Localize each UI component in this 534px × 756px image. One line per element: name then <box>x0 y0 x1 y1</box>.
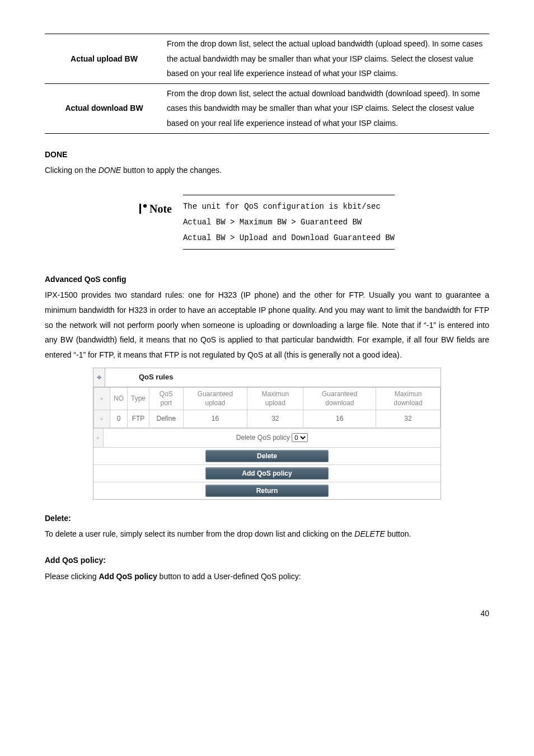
param-upload-desc: From the drop down list, select the actu… <box>163 34 489 84</box>
add-text-bold: Add QoS policy <box>99 572 157 581</box>
delete-policy-label: Delete QoS policy <box>236 434 290 442</box>
note-label: Note <box>139 195 172 219</box>
col-guaranteed-download: Guaranteed download <box>303 388 376 410</box>
table-row: ▹ 0 FTP Define 16 32 16 32 <box>94 410 441 428</box>
add-heading: Add QoS policy: <box>45 553 489 568</box>
delete-button[interactable]: Delete <box>205 450 329 462</box>
cell-port: Define <box>149 410 184 428</box>
cell-maximum-download: 32 <box>376 410 440 428</box>
cell-type: FTP <box>128 410 149 428</box>
col-port: QoS port <box>149 388 184 410</box>
advanced-heading: Advanced QoS config <box>45 272 489 287</box>
cell-no: 0 <box>110 410 128 428</box>
col-guaranteed-upload: Guaranteed upload <box>183 388 247 410</box>
done-text-em: DONE <box>99 166 121 175</box>
col-maximum-upload: Maximun upload <box>247 388 303 410</box>
col-type: Type <box>128 388 149 410</box>
delete-text-em: DELETE <box>354 529 385 538</box>
qos-rules-title: QoS rules <box>105 368 195 387</box>
panel-drag-icon: ✥ <box>93 368 105 387</box>
add-qos-policy-button[interactable]: Add QoS policy <box>205 467 329 480</box>
param-download-label: Actual download BW <box>45 83 163 133</box>
delete-text: To delete a user rule, simply select its… <box>45 527 489 542</box>
delete-text-prefix: To delete a user rule, simply select its… <box>45 529 354 538</box>
page-number: 40 <box>45 606 489 621</box>
note-content: The unit for QoS configuration is kbit/s… <box>183 195 395 250</box>
param-download-desc: From the drop down list, select the actu… <box>163 83 489 133</box>
qos-table: ▹ NO Type QoS port Guaranteed upload Max… <box>93 387 441 428</box>
advanced-para: IPX-1500 provides two standard rules: on… <box>45 288 489 362</box>
done-heading: DONE <box>45 147 489 162</box>
add-text-suffix: button to add a User-defined QoS policy: <box>157 572 301 581</box>
done-text: Clicking on the DONE button to apply the… <box>45 163 489 178</box>
cell-maximum-upload: 32 <box>247 410 303 428</box>
delete-heading: Delete: <box>45 511 489 526</box>
row-handle-icon: ▹ <box>94 410 110 428</box>
delete-policy-select[interactable]: 0 <box>292 433 308 442</box>
cell-guaranteed-upload: 16 <box>183 410 247 428</box>
add-text-prefix: Please clicking <box>45 572 99 581</box>
done-text-prefix: Clicking on the <box>45 166 99 175</box>
param-table: Actual upload BW From the drop down list… <box>45 34 489 134</box>
param-upload-label: Actual upload BW <box>45 34 163 84</box>
done-text-suffix: button to apply the changes. <box>121 166 222 175</box>
row-handle-icon: ▹ <box>93 429 104 447</box>
col-no: NO <box>110 388 128 410</box>
col-maximum-download: Maximun download <box>376 388 440 410</box>
qos-rules-panel: ✥ QoS rules ▹ NO Type QoS port Guarantee… <box>93 368 441 499</box>
add-text: Please clicking Add QoS policy button to… <box>45 569 489 584</box>
return-button[interactable]: Return <box>205 485 329 497</box>
cell-guaranteed-download: 16 <box>303 410 376 428</box>
delete-text-suffix: button. <box>385 529 411 538</box>
note-box: Note The unit for QoS configuration is k… <box>139 195 395 250</box>
row-handle-icon: ▹ <box>94 388 110 410</box>
